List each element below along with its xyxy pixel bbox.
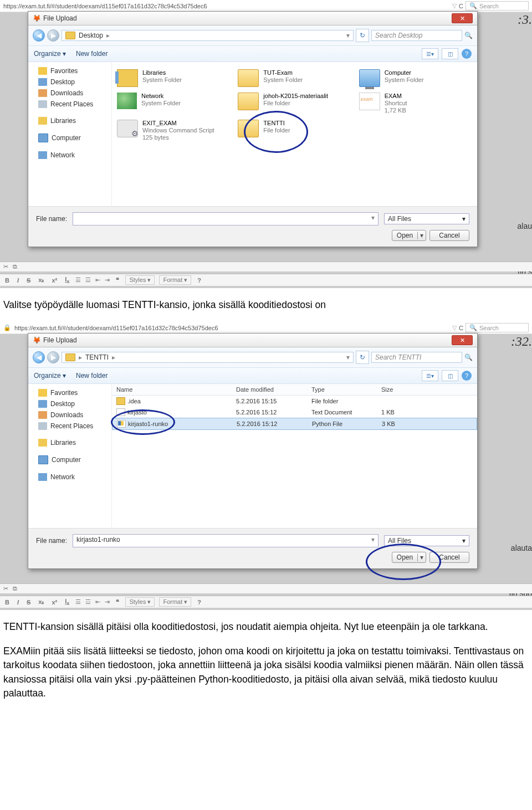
sidebar-downloads[interactable]: Downloads (28, 409, 111, 421)
filename-input[interactable]: ▾ (73, 212, 378, 225)
strike-button[interactable]: S (25, 277, 32, 284)
dialog-help-button[interactable]: ? (462, 49, 472, 59)
breadcrumb[interactable]: ▸ TENTTI ▸ ▾ (62, 352, 354, 363)
col-date[interactable]: Date modified (232, 385, 307, 394)
dialog-help-button[interactable]: ? (462, 371, 472, 381)
help-button[interactable]: ? (196, 599, 203, 606)
icon-pane[interactable]: LibrariesSystem Folder TUT-ExamSystem Fo… (112, 62, 477, 206)
indent-icon[interactable]: ⇥ (105, 276, 110, 284)
cancel-button[interactable]: Cancel (429, 230, 469, 241)
view-button[interactable]: ☰▾ (422, 370, 438, 381)
item-libraries[interactable]: LibrariesSystem Folder (115, 68, 232, 89)
bold-button[interactable]: B (3, 599, 11, 606)
close-button[interactable]: ✕ (452, 335, 473, 345)
sidebar-favorites[interactable]: Favorites (28, 65, 111, 76)
subscript-button[interactable]: x₂ (37, 598, 45, 606)
breadcrumb[interactable]: Desktop ▸ ▾ (62, 30, 354, 41)
sidebar-network[interactable]: Network (28, 150, 111, 161)
sidebar-recent[interactable]: Recent Places (28, 421, 111, 432)
organize-menu[interactable]: Organize ▾ (34, 372, 66, 380)
dropdown-icon[interactable]: ▽ (452, 324, 457, 331)
copy-icon[interactable]: ⧉ (13, 585, 17, 592)
reload-icon[interactable]: C (459, 3, 463, 9)
forward-button[interactable]: ▶ (47, 29, 59, 42)
search-go-icon[interactable]: 🔍 (464, 353, 473, 361)
view-button[interactable]: ☰▾ (422, 48, 438, 59)
copy-icon[interactable]: ⧉ (13, 263, 17, 270)
styles-dropdown[interactable]: Styles ▾ (125, 275, 155, 285)
italic-button[interactable]: I (16, 277, 21, 284)
browser-search[interactable]: 🔍 Search (466, 1, 529, 11)
sidebar-network[interactable]: Network (28, 471, 111, 483)
back-button[interactable]: ◀ (33, 351, 45, 363)
item-network[interactable]: NetworkSystem Folder (115, 91, 232, 116)
format-dropdown[interactable]: Format ▾ (159, 597, 191, 607)
sidebar-libraries[interactable]: Libraries (28, 437, 111, 448)
col-size[interactable]: Size (377, 385, 424, 394)
file-type-combo[interactable]: All Files▾ (384, 535, 469, 546)
quote-button[interactable]: ❝ (114, 598, 121, 606)
file-type-combo[interactable]: All Files▾ (384, 213, 469, 224)
cancel-button[interactable]: Cancel (429, 552, 469, 563)
item-tut-exam[interactable]: TUT-ExamSystem Folder (236, 68, 352, 89)
dialog-search[interactable]: Search TENTTI (371, 352, 462, 363)
bold-button[interactable]: B (3, 277, 11, 284)
refresh-button[interactable]: ↻ (356, 351, 369, 364)
dropdown-icon[interactable]: ▽ (452, 2, 457, 9)
item-exam-shortcut[interactable]: EXAMShortcut1,72 KB (357, 91, 474, 116)
cut-icon[interactable]: ✂ (3, 585, 8, 592)
sidebar-computer[interactable]: Computer (28, 454, 111, 466)
strike-button[interactable]: S (25, 599, 32, 606)
numbered-list-icon[interactable]: ☲ (85, 276, 91, 284)
new-folder-button[interactable]: New folder (76, 50, 108, 58)
sidebar-desktop[interactable]: Desktop (28, 398, 111, 409)
back-button[interactable]: ◀ (33, 29, 45, 42)
superscript-button[interactable]: x² (50, 277, 59, 284)
search-go-icon[interactable]: 🔍 (464, 32, 473, 39)
browser-search[interactable]: 🔍 Search (466, 323, 529, 332)
italic-button[interactable]: I (16, 599, 21, 606)
refresh-button[interactable]: ↻ (356, 29, 369, 42)
col-type[interactable]: Type (307, 385, 377, 394)
preview-pane-button[interactable]: ◫ (442, 370, 458, 381)
open-button[interactable]: Open▾ (392, 230, 426, 241)
format-dropdown[interactable]: Format ▾ (159, 275, 191, 285)
cut-icon[interactable]: ✂ (3, 263, 8, 270)
remove-format-button[interactable]: Ix (63, 276, 71, 284)
filename-input[interactable]: kirjasto1-runko ▾ (73, 534, 378, 547)
organize-menu[interactable]: Organize ▾ (34, 50, 66, 58)
sidebar-computer[interactable]: Computer (28, 132, 111, 144)
sidebar-libraries[interactable]: Libraries (28, 115, 111, 126)
sidebar-recent[interactable]: Recent Places (28, 99, 111, 110)
sidebar-downloads[interactable]: Downloads (28, 88, 111, 99)
numbered-list-icon[interactable]: ☲ (85, 598, 91, 606)
list-row-selected[interactable]: kirjasto1-runko 5.2.2016 15:12 Python Fi… (112, 418, 477, 430)
col-name[interactable]: Name (112, 385, 232, 394)
dialog-search[interactable]: Search Desktop (371, 30, 462, 41)
outdent-icon[interactable]: ⇤ (95, 598, 100, 606)
superscript-button[interactable]: x² (50, 599, 59, 606)
sidebar-favorites[interactable]: Favorites (28, 387, 111, 398)
chevron-down-icon[interactable]: ▾ (346, 32, 350, 39)
chevron-down-icon[interactable]: ▾ (346, 353, 350, 361)
indent-icon[interactable]: ⇥ (105, 598, 110, 606)
item-johoh[interactable]: johoh-K2015-materiaalitFile folder (236, 91, 352, 116)
list-icon[interactable]: ☰ (75, 598, 81, 606)
list-row[interactable]: .idea 5.2.2016 15:15 File folder (112, 396, 477, 407)
list-icon[interactable]: ☰ (75, 276, 81, 284)
list-row[interactable]: kirjasto 5.2.2016 15:12 Text Document 1 … (112, 407, 477, 418)
list-pane[interactable]: Name Date modified Type Size .idea 5.2.2… (112, 384, 477, 528)
reload-icon[interactable]: C (459, 325, 463, 331)
preview-pane-button[interactable]: ◫ (442, 48, 458, 59)
styles-dropdown[interactable]: Styles ▾ (125, 597, 155, 607)
sidebar-desktop[interactable]: Desktop (28, 76, 111, 88)
item-tentti[interactable]: TENTTIFile folder (236, 118, 352, 143)
quote-button[interactable]: ❝ (114, 276, 121, 284)
list-header[interactable]: Name Date modified Type Size (112, 384, 477, 396)
close-button[interactable]: ✕ (452, 13, 473, 23)
open-button[interactable]: Open▾ (392, 552, 426, 563)
item-computer[interactable]: ComputerSystem Folder (357, 68, 474, 89)
help-button[interactable]: ? (196, 277, 203, 284)
item-exit-exam[interactable]: EXIT_EXAMWindows Command Script125 bytes (115, 118, 232, 143)
new-folder-button[interactable]: New folder (76, 372, 108, 380)
